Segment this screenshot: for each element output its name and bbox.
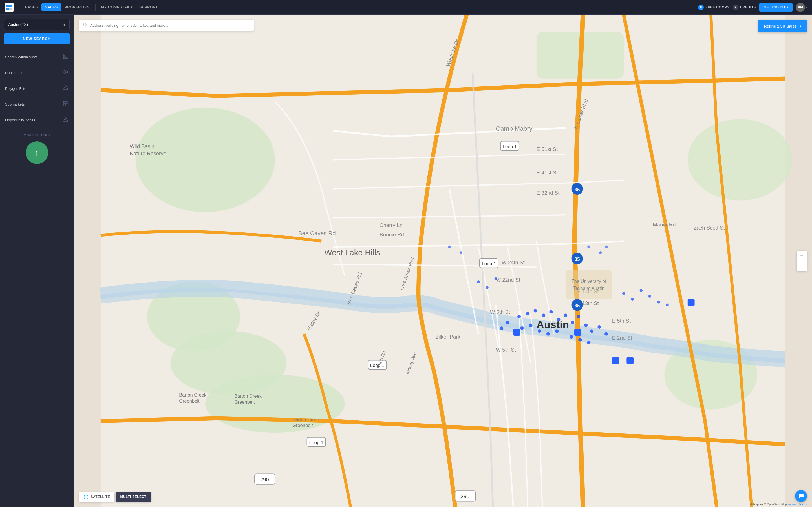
filter-search-within-view[interactable]: Search Within View — [0, 49, 73, 65]
header: LEASES SALES PROPERTIES MY COMPSTAK ▾ SU… — [0, 0, 406, 15]
my-compstak-chevron-icon: ▾ — [131, 6, 133, 9]
svg-marker-9 — [63, 86, 68, 89]
svg-rect-12 — [63, 104, 65, 106]
filter-radius-filter[interactable]: Radius Filter — [0, 65, 73, 80]
svg-rect-0 — [6, 5, 9, 7]
opportunity-zones-icon — [63, 117, 68, 123]
svg-rect-2 — [6, 8, 9, 10]
svg-point-7 — [65, 71, 66, 73]
filter-label-radius: Radius Filter — [5, 71, 26, 75]
svg-point-18 — [136, 108, 275, 212]
svg-rect-1 — [9, 5, 11, 7]
map-search-bar — [79, 20, 254, 31]
nav-support[interactable]: SUPPORT — [136, 3, 161, 11]
filter-submarkets[interactable]: Submarkets — [0, 96, 73, 112]
logo[interactable] — [4, 3, 13, 12]
more-filters-section: MORE FILTERS ↑ — [0, 128, 73, 170]
filter-section: Search Within View Radius Filter Polygon… — [0, 49, 73, 128]
city-chevron-icon: ▾ — [63, 22, 65, 27]
more-filters-label: MORE FILTERS — [4, 133, 70, 137]
svg-text:West Lake Hills: West Lake Hills — [324, 248, 380, 253]
nav-separator — [95, 4, 96, 11]
svg-rect-11 — [66, 101, 68, 103]
svg-line-130 — [86, 25, 87, 27]
upload-button[interactable]: ↑ — [26, 142, 48, 164]
new-search-button[interactable]: NEW SEARCH — [4, 33, 70, 44]
nav-sales[interactable]: SALES — [42, 3, 61, 11]
svg-point-16 — [65, 121, 66, 121]
city-name: Austin (TX) — [8, 22, 28, 27]
sidebar: Austin (TX) ▾ NEW SEARCH Search Within V… — [0, 15, 74, 253]
filter-polygon-filter[interactable]: Polygon Filter — [0, 80, 73, 96]
svg-text:Bee Caves Rd: Bee Caves Rd — [298, 230, 336, 236]
svg-text:Cherry Ln: Cherry Ln — [379, 222, 402, 228]
polygon-filter-icon — [63, 85, 68, 92]
filter-opportunity-zones[interactable]: Opportunity Zones — [0, 112, 73, 128]
city-selector[interactable]: Austin (TX) ▾ — [4, 19, 70, 30]
submarkets-icon — [63, 101, 68, 108]
nav-properties[interactable]: PROPERTIES — [61, 3, 93, 11]
search-within-view-icon — [63, 54, 68, 60]
svg-rect-5 — [64, 55, 67, 57]
upload-arrow-icon: ↑ — [35, 148, 39, 157]
map-container: Loop 1 Loop 1 Loop 1 Loop 1 290 West Lak… — [74, 15, 406, 253]
map-search-icon — [83, 22, 87, 28]
svg-rect-3 — [9, 8, 11, 10]
radius-filter-icon — [63, 69, 68, 76]
svg-point-6 — [64, 70, 68, 74]
svg-rect-10 — [63, 101, 65, 103]
svg-rect-4 — [63, 54, 68, 59]
map-search-input[interactable] — [90, 23, 250, 27]
filter-label-polygon: Polygon Filter — [5, 87, 28, 91]
filter-label-submarkets: Submarkets — [5, 102, 24, 107]
svg-text:Nature Reserve: Nature Reserve — [130, 151, 166, 156]
svg-text:Bonnie Rd: Bonnie Rd — [379, 231, 404, 237]
filter-label-opportunity-zones: Opportunity Zones — [5, 118, 35, 122]
nav-leases[interactable]: LEASES — [19, 3, 42, 11]
nav-my-compstak[interactable]: MY COMPSTAK ▾ — [98, 3, 136, 11]
map-background: Loop 1 Loop 1 Loop 1 Loop 1 290 West Lak… — [74, 15, 406, 253]
svg-rect-13 — [66, 104, 68, 106]
filter-label-search-within-view: Search Within View — [5, 55, 37, 59]
svg-text:Wild Basin: Wild Basin — [130, 144, 154, 149]
